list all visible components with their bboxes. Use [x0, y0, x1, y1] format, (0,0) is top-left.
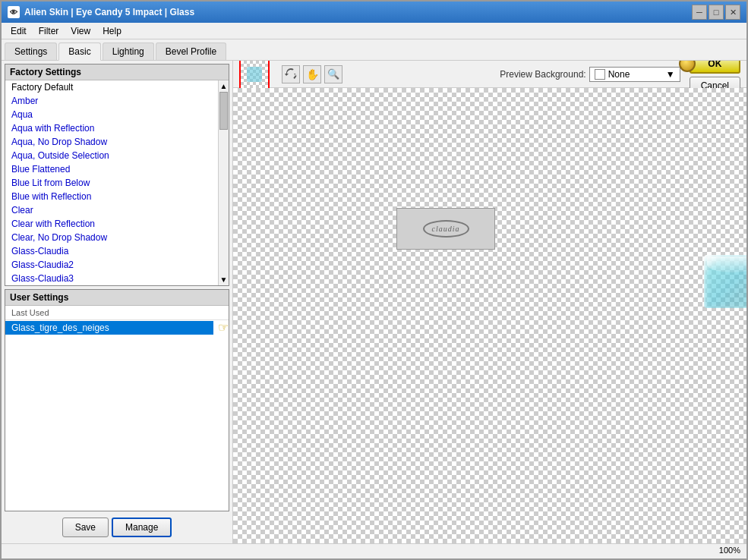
left-panel: Factory Settings Factory Default Amber A… [2, 61, 233, 543]
main-window: 👁 Alien Skin | Eye Candy 5 Impact | Glas… [0, 0, 748, 560]
hand-tool-button[interactable]: ✋ [303, 65, 321, 83]
factory-list-scrollbar[interactable]: ▲ ▼ [218, 80, 229, 285]
list-item-clear-reflection[interactable]: Clear with Reflection [5, 217, 218, 231]
preview-bg-label: Preview Background: [500, 69, 585, 80]
right-panel: ✋ 🔍 Preview Background: None ▼ OK [233, 61, 746, 543]
app-icon: 👁 [8, 6, 20, 18]
ok-button[interactable]: OK [690, 61, 740, 74]
list-item-glass-claudia3[interactable]: Glass-Claudia3 [5, 272, 218, 285]
window-title: Alien Skin | Eye Candy 5 Impact | Glass [24, 7, 194, 17]
minimize-button[interactable]: ─ [692, 5, 707, 20]
claudia-top-text: claudia [432, 225, 460, 233]
user-settings-body [5, 335, 229, 511]
scroll-down-arrow[interactable]: ▼ [220, 275, 228, 284]
tab-settings[interactable]: Settings [5, 42, 57, 60]
list-item-aqua-reflection[interactable]: Aqua with Reflection [5, 121, 218, 135]
scroll-thumb[interactable] [219, 92, 228, 130]
factory-list-wrapper: Factory Default Amber Aqua Aqua with Ref… [5, 80, 229, 285]
preview-bg-value: None [608, 69, 630, 80]
menu-help[interactable]: Help [96, 24, 128, 38]
claudia-text: claudia [423, 220, 469, 238]
factory-settings-list-inner: Factory Default Amber Aqua Aqua with Ref… [5, 80, 229, 285]
bottom-buttons: Save Manage [5, 514, 229, 540]
list-item-aqua-outside[interactable]: Aqua, Outside Selection [5, 149, 218, 162]
title-bar: 👁 Alien Skin | Eye Candy 5 Impact | Glas… [2, 2, 746, 23]
manage-button[interactable]: Manage [112, 518, 172, 537]
factory-settings-container: Factory Settings Factory Default Amber A… [5, 64, 229, 286]
tabs-bar: Settings Basic Lighting Bevel Profile [2, 39, 746, 61]
list-item-glass-claudia2[interactable]: Glass-Claudia2 [5, 258, 218, 272]
claudia-stamp-circle: claudia [423, 220, 469, 238]
tab-lighting[interactable]: Lighting [103, 42, 154, 60]
title-bar-left: 👁 Alien Skin | Eye Candy 5 Impact | Glas… [8, 6, 194, 18]
main-area: Factory Settings Factory Default Amber A… [2, 61, 746, 543]
last-used-section: Last Used [5, 306, 229, 320]
user-settings-header: User Settings [5, 290, 229, 306]
list-item-blue-flattened[interactable]: Blue Flattened [5, 162, 218, 176]
list-item-aqua[interactable]: Aqua [5, 108, 218, 121]
preview-bg-select[interactable]: None ▼ [589, 67, 680, 82]
glass-effect-square [704, 255, 746, 308]
list-item-blue-reflection[interactable]: Blue with Reflection [5, 190, 218, 203]
list-item-blue-lit[interactable]: Blue Lit from Below [5, 176, 218, 190]
rotate-icon [285, 68, 297, 80]
ok-label: OK [708, 61, 721, 69]
factory-settings-list[interactable]: Factory Default Amber Aqua Aqua with Ref… [5, 80, 229, 285]
list-item-clear-no-drop[interactable]: Clear, No Drop Shadow [5, 231, 218, 244]
preview-thumb-inner [247, 67, 262, 82]
menu-edit[interactable]: Edit [5, 24, 33, 38]
list-item-clear[interactable]: Clear [5, 203, 218, 217]
menu-bar: Edit Filter View Help [2, 23, 746, 39]
user-settings-container: User Settings Last Used Glass_tigre_des_… [5, 289, 229, 511]
list-item-factory-default[interactable]: Factory Default [5, 80, 218, 94]
preview-toolbar: ✋ 🔍 Preview Background: None ▼ OK [233, 61, 746, 88]
hand-cursor-icon: ☞ [218, 320, 229, 335]
user-settings-selected-item[interactable]: Glass_tigre_des_neiges [5, 321, 213, 335]
rotate-tool-button[interactable] [282, 65, 300, 83]
zoom-tool-button[interactable]: 🔍 [324, 65, 342, 83]
glass-preview [704, 255, 746, 308]
zoom-icon: 🔍 [327, 68, 339, 80]
factory-settings-header: Factory Settings [5, 64, 229, 80]
list-item-aqua-no-drop[interactable]: Aqua, No Drop Shadow [5, 135, 218, 149]
tab-basic[interactable]: Basic [58, 42, 100, 61]
preview-thumbnail [239, 61, 270, 90]
preview-bg-dropdown-icon: ▼ [666, 69, 675, 80]
ok-coin-icon [679, 61, 696, 72]
menu-filter[interactable]: Filter [33, 24, 65, 38]
menu-view[interactable]: View [65, 24, 96, 38]
list-item-amber[interactable]: Amber [5, 94, 218, 108]
maximize-button[interactable]: □ [709, 5, 724, 20]
list-item-glass-claudia[interactable]: Glass-Claudia [5, 244, 218, 258]
save-button[interactable]: Save [62, 518, 109, 537]
claudia-preview-stamp: claudia [396, 208, 495, 250]
selected-user-item-row: Glass_tigre_des_neiges ☞ [5, 320, 229, 335]
tab-bevel-profile[interactable]: Bevel Profile [156, 42, 226, 60]
preview-area: claudia [233, 88, 746, 543]
scroll-up-arrow[interactable]: ▲ [220, 82, 228, 90]
close-button[interactable]: ✕ [725, 5, 740, 20]
status-bar: 100% [2, 543, 746, 558]
title-controls[interactable]: ─ □ ✕ [692, 5, 740, 20]
hand-icon: ✋ [306, 68, 319, 80]
zoom-level: 100% [719, 546, 740, 555]
preview-bg-swatch [595, 69, 605, 80]
